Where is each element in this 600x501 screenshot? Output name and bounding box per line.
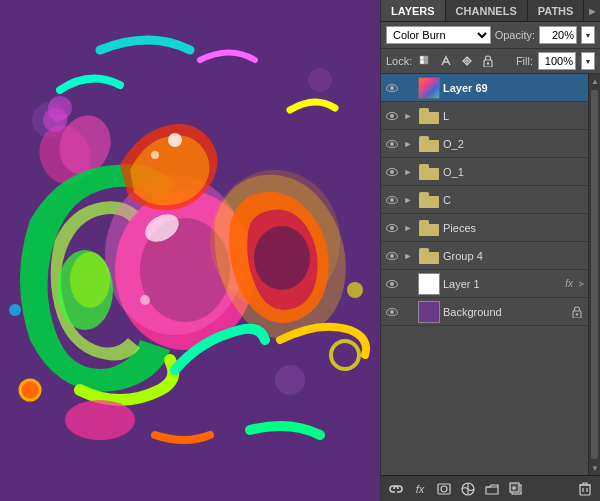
layer-name-group4: Group 4 [443, 250, 586, 262]
layer-item-c[interactable]: ► C [381, 186, 588, 214]
adjustment-btn[interactable] [458, 479, 478, 499]
svg-point-12 [20, 380, 40, 400]
lock-position-btn[interactable] [459, 53, 475, 69]
fill-arrow[interactable]: ▼ [581, 52, 595, 70]
svg-rect-25 [424, 60, 428, 64]
layer-item-o1[interactable]: ► O_1 [381, 158, 588, 186]
lock-transparent-btn[interactable] [417, 53, 433, 69]
bottom-toolbar: fx [381, 475, 600, 501]
lock-row: Lock: Fill: ▼ [381, 49, 600, 74]
eye-l[interactable] [383, 107, 401, 125]
link-layers-btn[interactable] [386, 479, 406, 499]
fill-input[interactable] [538, 52, 576, 70]
layer-item-background[interactable]: Background [381, 298, 588, 326]
svg-rect-41 [580, 485, 590, 495]
thumb-o2 [418, 133, 440, 155]
arrow-c[interactable]: ► [401, 193, 415, 207]
opacity-input[interactable] [539, 26, 577, 44]
layers-list: Layer 69 ► L [381, 74, 588, 475]
arrow-l[interactable]: ► [401, 109, 415, 123]
layer-item-o2[interactable]: ► O_2 [381, 130, 588, 158]
svg-point-21 [151, 151, 159, 159]
tab-channels[interactable]: CHANNELS [446, 0, 528, 21]
layer-name-layer69: Layer 69 [443, 82, 586, 94]
svg-point-35 [441, 486, 447, 492]
arrow-group4[interactable]: ► [401, 249, 415, 263]
eye-pieces[interactable] [383, 219, 401, 237]
layer-name-l: L [443, 110, 586, 122]
new-group-btn[interactable] [482, 479, 502, 499]
layer-style-btn[interactable]: fx [410, 479, 430, 499]
svg-rect-26 [420, 60, 424, 64]
main-container: LAYERS CHANNELS PATHS ► NormalDissolveDa… [0, 0, 600, 501]
arrow-o2[interactable]: ► [401, 137, 415, 151]
svg-rect-27 [424, 56, 428, 60]
tab-paths[interactable]: PATHS [528, 0, 585, 21]
layer-name-o1: O_1 [443, 166, 586, 178]
svg-rect-24 [420, 56, 424, 60]
arrow-background [401, 305, 415, 319]
add-mask-btn[interactable] [434, 479, 454, 499]
lock-all-btn[interactable] [480, 53, 496, 69]
thumb-c [418, 189, 440, 211]
eye-layer69[interactable] [383, 79, 401, 97]
layer-item-l[interactable]: ► L [381, 102, 588, 130]
svg-point-20 [168, 133, 182, 147]
arrow-layer1 [401, 277, 415, 291]
layer-item-group4[interactable]: ► Group 4 [381, 242, 588, 270]
delete-layer-btn[interactable] [575, 479, 595, 499]
opacity-arrow[interactable]: ▼ [581, 26, 595, 44]
arrow-pieces[interactable]: ► [401, 221, 415, 235]
thumb-l [418, 105, 440, 127]
new-layer-btn[interactable] [506, 479, 526, 499]
layers-scrollbar[interactable]: ▲ ▼ [588, 74, 600, 475]
svg-point-13 [9, 304, 21, 316]
thumb-pieces [418, 217, 440, 239]
layers-panel-body: Layer 69 ► L [381, 74, 600, 475]
panel-menu-arrow[interactable]: ► [584, 0, 600, 21]
svg-point-33 [576, 313, 578, 315]
fx-badge-layer1: fx [565, 278, 573, 289]
tab-layers[interactable]: LAYERS [381, 0, 446, 21]
panels-area: LAYERS CHANNELS PATHS ► NormalDissolveDa… [380, 0, 600, 501]
tab-bar: LAYERS CHANNELS PATHS ► [381, 0, 600, 22]
svg-point-2 [308, 68, 332, 92]
layer-item-layer69[interactable]: Layer 69 [381, 74, 588, 102]
layer-item-layer1[interactable]: Layer 1 fx [381, 270, 588, 298]
svg-point-17 [70, 252, 110, 308]
blend-row: NormalDissolveDarkenMultiplyColor BurnLi… [381, 22, 600, 49]
eye-c[interactable] [383, 191, 401, 209]
blend-mode-select[interactable]: NormalDissolveDarkenMultiplyColor BurnLi… [386, 26, 491, 44]
thumb-layer1 [418, 273, 440, 295]
layer-name-pieces: Pieces [443, 222, 586, 234]
eye-layer1[interactable] [383, 275, 401, 293]
fill-label: Fill: [516, 55, 533, 67]
layer-item-pieces[interactable]: ► Pieces [381, 214, 588, 242]
scroll-down-btn[interactable]: ▼ [589, 461, 600, 475]
lock-label: Lock: [386, 55, 412, 67]
fx-arrow-layer1 [576, 279, 586, 289]
scroll-thumb[interactable] [591, 90, 598, 459]
thumb-layer69 [418, 77, 440, 99]
eye-group4[interactable] [383, 247, 401, 265]
eye-background[interactable] [383, 303, 401, 321]
layer-name-layer1: Layer 1 [443, 278, 565, 290]
scroll-up-btn[interactable]: ▲ [589, 74, 600, 88]
svg-point-11 [254, 226, 310, 290]
layer-name-o2: O_2 [443, 138, 586, 150]
eye-o1[interactable] [383, 163, 401, 181]
arrow-layer69 [401, 81, 415, 95]
layer-name-c: C [443, 194, 586, 206]
thumb-background [418, 301, 440, 323]
svg-point-31 [487, 62, 489, 64]
arrow-o1[interactable]: ► [401, 165, 415, 179]
thumb-group4 [418, 245, 440, 267]
artwork-svg [0, 0, 380, 501]
svg-point-22 [140, 295, 150, 305]
svg-point-15 [65, 400, 135, 440]
eye-o2[interactable] [383, 135, 401, 153]
svg-point-14 [347, 282, 363, 298]
layer-name-background: Background [443, 306, 572, 318]
canvas-area [0, 0, 380, 501]
lock-image-btn[interactable] [438, 53, 454, 69]
